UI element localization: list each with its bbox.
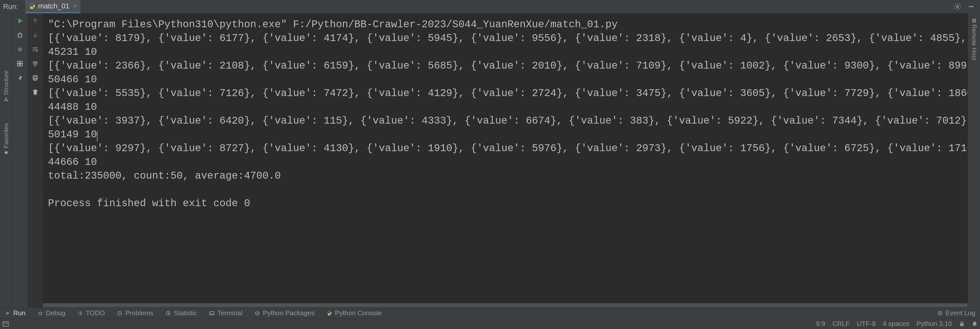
python-packages-tab-label: Python Packages xyxy=(263,309,314,317)
console-line: total:235000, count:50, average:4700.0 xyxy=(48,169,963,183)
svg-rect-9 xyxy=(20,61,22,63)
python-console-tab-button[interactable]: Python Console xyxy=(324,308,384,318)
interpreter[interactable]: Python 3.10 xyxy=(916,320,952,328)
minimize-icon[interactable] xyxy=(967,3,975,11)
console-line: [{'value': 9297}, {'value': 8727}, {'val… xyxy=(48,142,963,155)
console-line: 44666 10 xyxy=(48,155,963,169)
run-icon xyxy=(5,310,11,316)
stop-button[interactable] xyxy=(15,45,24,54)
svg-rect-8 xyxy=(18,61,20,63)
left-sidebar: Structure Favorites xyxy=(0,13,12,308)
settings-icon[interactable] xyxy=(953,3,962,11)
down-arrow-button[interactable] xyxy=(30,30,40,40)
statistic-icon xyxy=(165,310,171,316)
star-icon xyxy=(4,150,8,155)
svg-rect-22 xyxy=(3,322,8,326)
packages-icon xyxy=(254,310,260,316)
soft-wrap-button[interactable] xyxy=(30,45,40,54)
console-toolbar xyxy=(27,13,43,308)
encoding[interactable]: UTF-8 xyxy=(857,320,876,328)
debug-tab-button[interactable]: Debug xyxy=(35,308,68,318)
tab-close-button[interactable]: × xyxy=(73,3,77,9)
console-line: 50466 10 xyxy=(48,73,963,87)
rerun-button[interactable] xyxy=(15,16,24,25)
run-header-bar: Run: match_01 × xyxy=(0,0,980,13)
structure-icon xyxy=(4,97,8,102)
console-line: [{'value': 8179}, {'value': 6177}, {'val… xyxy=(48,32,963,45)
svg-rect-4 xyxy=(5,98,6,99)
statistic-tab-label: Statistic xyxy=(174,309,197,317)
tool-windows-icon[interactable] xyxy=(3,321,9,327)
indent[interactable]: 4 spaces xyxy=(883,320,909,328)
tab-title: match_01 xyxy=(38,2,69,10)
remote-host-label: Remote Host xyxy=(970,24,978,60)
readonly-lock-icon[interactable] xyxy=(959,321,965,327)
console-line: [{'value': 3937}, {'value': 6420}, {'val… xyxy=(48,114,963,128)
debug-tab-label: Debug xyxy=(46,309,65,317)
favorites-tool-button[interactable]: Favorites xyxy=(3,120,10,158)
python-console-tab-label: Python Console xyxy=(335,309,382,317)
run-label: Run: xyxy=(3,3,18,11)
terminal-tab-button[interactable]: Terminal xyxy=(207,308,245,318)
debug-settings-button[interactable] xyxy=(15,30,24,40)
status-bar: 9:9 CRLF UTF-8 4 spaces Python 3.10 xyxy=(0,318,980,329)
right-sidebar: Remote Host xyxy=(968,13,980,308)
structure-tool-button[interactable]: Structure xyxy=(3,67,10,105)
remote-host-tool-button[interactable]: Remote Host xyxy=(970,16,978,62)
run-toolbar xyxy=(12,13,27,308)
todo-tab-label: TODO xyxy=(86,309,105,317)
favorites-label: Favorites xyxy=(3,123,10,148)
todo-tab-button[interactable]: TODO xyxy=(75,308,107,318)
event-log-icon xyxy=(937,310,943,316)
print-button[interactable] xyxy=(30,73,40,82)
console-line: 50149 10 xyxy=(48,128,963,142)
svg-rect-11 xyxy=(20,64,22,66)
line-ending[interactable]: CRLF xyxy=(832,320,850,328)
python-console-icon xyxy=(326,310,332,316)
cursor-position[interactable]: 9:9 xyxy=(816,320,825,328)
python-packages-tab-button[interactable]: Python Packages xyxy=(252,308,317,318)
console-line xyxy=(48,183,963,197)
problems-icon xyxy=(117,310,123,316)
svg-rect-10 xyxy=(18,64,20,66)
clear-all-button[interactable] xyxy=(30,88,40,97)
console-line: "C:\Program Files\Python310\python.exe" … xyxy=(48,18,963,32)
todo-icon xyxy=(77,310,83,316)
python-file-icon xyxy=(29,3,35,9)
text-caret xyxy=(97,131,97,141)
inspection-icon[interactable] xyxy=(972,321,977,327)
layout-button[interactable] xyxy=(15,59,24,68)
console-output[interactable]: "C:\Program Files\Python310\python.exe" … xyxy=(43,13,968,308)
console-line: Process finished with exit code 0 xyxy=(48,197,963,210)
horizontal-scrollbar[interactable] xyxy=(43,303,968,308)
console-line: 44488 10 xyxy=(48,100,963,114)
svg-point-21 xyxy=(939,313,940,314)
svg-point-0 xyxy=(957,6,959,7)
run-tab-button[interactable]: Run xyxy=(3,308,27,318)
terminal-tab-label: Terminal xyxy=(218,309,242,317)
svg-line-6 xyxy=(6,99,7,100)
run-tab-label: Run xyxy=(13,309,25,317)
svg-point-15 xyxy=(973,19,975,20)
bug-icon xyxy=(37,310,43,316)
pin-button[interactable] xyxy=(15,73,24,82)
horizontal-scrollbar-thumb[interactable] xyxy=(43,304,968,307)
console-line: 45231 10 xyxy=(48,45,963,59)
problems-tab-label: Problems xyxy=(125,309,153,317)
run-tab[interactable]: match_01 × xyxy=(25,0,80,13)
console-line: [{'value': 2366}, {'value': 2108}, {'val… xyxy=(48,59,963,73)
statistic-tab-button[interactable]: Statistic xyxy=(163,308,199,318)
event-log-tab-button[interactable]: Event Log xyxy=(935,308,977,318)
structure-label: Structure xyxy=(3,70,10,95)
database-icon xyxy=(972,18,977,23)
scroll-to-end-button[interactable] xyxy=(30,59,40,68)
svg-rect-7 xyxy=(18,47,22,51)
svg-rect-3 xyxy=(6,100,8,101)
console-line: [{'value': 5535}, {'value': 7126}, {'val… xyxy=(48,87,963,100)
bottom-tool-tabs: Run Debug TODO Problems Statistic Termin… xyxy=(0,308,980,318)
terminal-icon xyxy=(209,310,215,316)
svg-rect-2 xyxy=(4,100,6,101)
svg-point-16 xyxy=(39,312,41,315)
problems-tab-button[interactable]: Problems xyxy=(115,308,156,318)
up-arrow-button[interactable] xyxy=(30,16,40,25)
